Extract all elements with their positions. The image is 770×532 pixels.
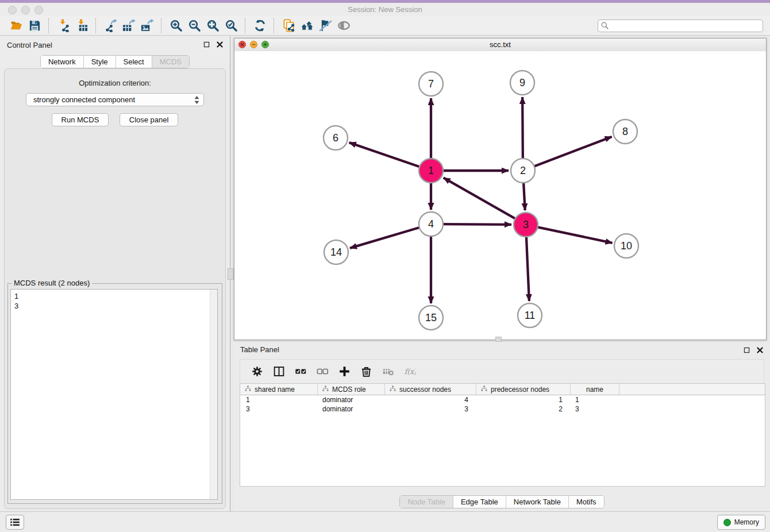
graph-node-7[interactable]: 7 — [419, 72, 443, 96]
export-image-icon[interactable] — [138, 18, 156, 34]
table-cell[interactable]: 3 — [240, 405, 318, 413]
task-history-button[interactable] — [6, 515, 24, 530]
tab-node-table[interactable]: Node Table — [400, 496, 453, 508]
graph-node-2[interactable]: 2 — [511, 159, 535, 183]
graph-node-label: 11 — [525, 310, 536, 321]
tab-network[interactable]: Network — [41, 56, 84, 68]
close-table-panel-icon[interactable] — [756, 346, 764, 354]
hide-details-icon[interactable] — [316, 18, 334, 34]
export-table-icon[interactable] — [120, 18, 138, 34]
tab-edge-table[interactable]: Edge Table — [453, 496, 506, 508]
graph-node-label: 10 — [621, 240, 632, 252]
graph-node-6[interactable]: 6 — [324, 126, 348, 150]
column-panel-icon[interactable] — [271, 364, 286, 379]
open-folder-icon[interactable] — [7, 18, 25, 34]
graph-node-4[interactable]: 4 — [419, 212, 443, 236]
table-row[interactable]: 3dominator323 — [240, 404, 765, 414]
add-column-icon[interactable] — [337, 364, 352, 379]
graph-node-label: 6 — [333, 132, 338, 144]
column-header-shared-name[interactable]: shared name — [240, 384, 318, 395]
column-header-MCDS-role[interactable]: MCDS role — [318, 384, 385, 395]
column-header-name[interactable]: name — [571, 384, 619, 395]
zoom-in-icon[interactable] — [167, 18, 185, 34]
optimization-criterion-label: Optimization criterion: — [5, 79, 225, 87]
zoom-fit-icon[interactable] — [203, 18, 222, 34]
tab-motifs[interactable]: Motifs — [569, 496, 604, 508]
graph-edge-4-14[interactable] — [350, 228, 419, 248]
table-cell[interactable]: 1 — [571, 396, 619, 404]
eye-icon — [334, 18, 353, 34]
graph-node-label: 2 — [520, 165, 526, 176]
tab-network-table[interactable]: Network Table — [506, 496, 569, 508]
close-panel-button[interactable]: Close panel — [120, 113, 179, 126]
graph-edge-3-11[interactable] — [526, 237, 529, 301]
maximize-network-button[interactable] — [261, 41, 269, 48]
table-cell[interactable]: 4 — [385, 396, 476, 404]
table-cell[interactable]: 3 — [385, 405, 476, 413]
table-cell[interactable]: 1 — [476, 396, 571, 404]
split-grip-horizontal[interactable] — [495, 337, 502, 342]
column-label: predecessor nodes — [491, 385, 549, 394]
column-header-predecessor-nodes[interactable]: predecessor nodes — [476, 384, 571, 395]
graph-node-3[interactable]: 3 — [514, 213, 538, 237]
table-row[interactable]: 1dominator411 — [240, 395, 765, 404]
graph-node-8[interactable]: 8 — [613, 119, 637, 144]
graph-edge-4-3[interactable] — [443, 224, 511, 225]
select-all-rows-icon[interactable] — [293, 364, 308, 379]
table-cell[interactable]: dominator — [318, 405, 385, 413]
import-network-icon[interactable] — [54, 18, 72, 34]
optimization-criterion-select[interactable]: strongly connected component — [26, 93, 204, 106]
zoom-out-icon[interactable] — [185, 18, 203, 34]
table-cell[interactable]: 1 — [240, 396, 318, 404]
table-cell[interactable]: dominator — [318, 396, 385, 404]
graph-node-1[interactable]: 1 — [419, 159, 443, 183]
refresh-icon[interactable] — [251, 18, 269, 34]
tab-style[interactable]: Style — [84, 56, 116, 68]
graph-node-11[interactable]: 11 — [518, 303, 542, 327]
close-network-button[interactable] — [238, 41, 246, 48]
deselect-all-rows-icon[interactable] — [315, 364, 330, 379]
split-grip-vertical[interactable] — [228, 268, 234, 280]
network-canvas[interactable]: 7968124314101511 — [234, 51, 766, 340]
graph-node-15[interactable]: 15 — [419, 306, 443, 330]
optimization-criterion-value: strongly connected component — [33, 95, 135, 104]
network-window-titlebar[interactable]: scc.txt — [234, 38, 766, 52]
float-panel-icon[interactable] — [202, 40, 211, 49]
save-icon[interactable] — [25, 18, 44, 34]
settings-gear-icon[interactable] — [249, 364, 264, 379]
table-cell[interactable]: 3 — [571, 405, 619, 413]
result-scrollbar[interactable] — [210, 290, 217, 499]
tab-mcds[interactable]: MCDS — [152, 56, 189, 68]
duplicate-network-icon[interactable] — [279, 18, 298, 34]
mcds-result-textarea[interactable]: 1 3 — [10, 289, 218, 500]
graph-node-14[interactable]: 14 — [324, 240, 348, 264]
close-panel-icon[interactable] — [215, 40, 224, 49]
show-all-networks-icon[interactable] — [298, 18, 316, 34]
graph-edge-2-3[interactable] — [523, 183, 525, 210]
graph-node-label: 7 — [428, 78, 434, 90]
float-table-panel-icon[interactable] — [742, 346, 751, 354]
search-input[interactable] — [598, 20, 763, 32]
graph-edge-3-10[interactable] — [538, 227, 613, 242]
minimize-network-button[interactable] — [250, 41, 257, 48]
memory-button[interactable]: Memory — [717, 515, 765, 530]
export-network-icon[interactable] — [101, 18, 120, 34]
toolbar-separator — [245, 18, 246, 33]
zoom-selected-icon[interactable] — [222, 18, 240, 34]
tab-select[interactable]: Select — [116, 56, 152, 68]
column-header-successor-nodes[interactable]: successor nodes — [385, 384, 476, 395]
column-hierarchy-icon — [322, 385, 329, 394]
graph-edge-3-1[interactable] — [444, 178, 515, 218]
graph-node-10[interactable]: 10 — [614, 234, 638, 258]
main-titlebar[interactable]: Session: New Session — [0, 3, 770, 16]
graph-edge-2-9[interactable] — [522, 97, 523, 159]
run-mcds-button[interactable]: Run MCDS — [52, 113, 109, 126]
graph-edge-1-6[interactable] — [349, 142, 419, 167]
import-table-icon[interactable] — [72, 18, 91, 34]
graph-edge-2-8[interactable] — [534, 137, 612, 167]
table-cell[interactable]: 2 — [476, 405, 571, 413]
graph-node-9[interactable]: 9 — [510, 71, 534, 95]
status-bar: Memory — [0, 511, 770, 532]
delete-column-icon[interactable] — [359, 364, 374, 379]
column-label: successor nodes — [399, 385, 451, 394]
